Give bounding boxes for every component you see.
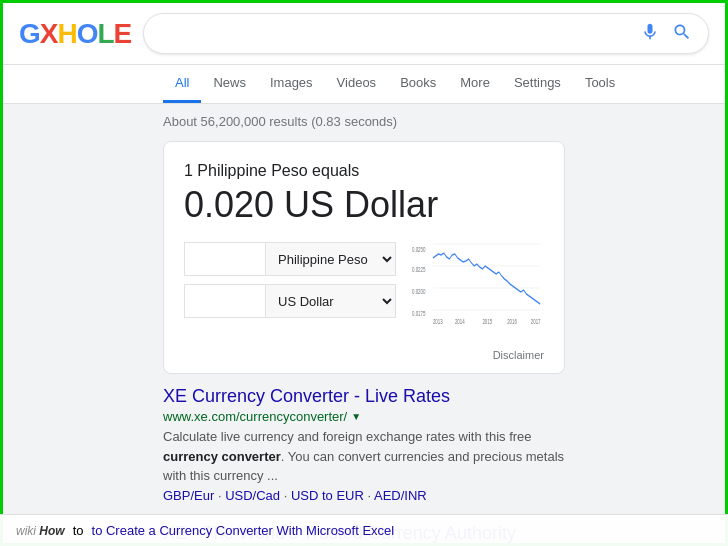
conversion-label: 1 Philippine Peso equals bbox=[184, 162, 544, 180]
svg-text:2016: 2016 bbox=[507, 317, 517, 326]
result-link-aedinr[interactable]: AED/INR bbox=[374, 488, 427, 503]
wikihow-how: How bbox=[36, 524, 65, 538]
result-url: www.xe.com/currencyconverter/ bbox=[163, 409, 347, 424]
converter-body: 1 Philippine Peso US Dollar Euro 0.020 U… bbox=[184, 242, 544, 361]
svg-text:0.0250: 0.0250 bbox=[412, 245, 426, 254]
converted-amount-input[interactable]: 0.020 bbox=[185, 285, 265, 317]
tab-images[interactable]: Images bbox=[258, 65, 325, 103]
tab-news[interactable]: News bbox=[201, 65, 258, 103]
svg-text:0.0200: 0.0200 bbox=[412, 287, 426, 296]
from-currency-select[interactable]: Philippine Peso US Dollar Euro bbox=[265, 243, 395, 275]
disclaimer-text: Disclaimer bbox=[412, 345, 544, 361]
svg-text:2013: 2013 bbox=[433, 317, 443, 326]
svg-text:0.0175: 0.0175 bbox=[412, 309, 426, 318]
result-links: GBP/Eur · USD/Cad · USD to EUR · AED/INR bbox=[163, 488, 565, 503]
converter-inputs: 1 Philippine Peso US Dollar Euro 0.020 U… bbox=[184, 242, 396, 361]
search-icon[interactable] bbox=[672, 22, 692, 45]
conversion-result: 0.020 US Dollar bbox=[184, 184, 544, 226]
result-snippet: Calculate live currency and foreign exch… bbox=[163, 427, 565, 486]
tab-all[interactable]: All bbox=[163, 65, 201, 103]
svg-text:2017: 2017 bbox=[531, 317, 541, 326]
microphone-icon[interactable] bbox=[640, 22, 660, 45]
result-count: About 56,200,000 results (0.83 seconds) bbox=[3, 104, 725, 137]
result-link-usdcad[interactable]: USD/Cad bbox=[225, 488, 280, 503]
nav-tabs: All News Images Videos Books More Settin… bbox=[3, 65, 725, 104]
tab-settings[interactable]: Settings bbox=[502, 65, 573, 103]
header: GXHOLE currency converter bbox=[3, 3, 725, 65]
converter-card: 1 Philippine Peso equals 0.020 US Dollar… bbox=[163, 141, 565, 374]
svg-text:2014: 2014 bbox=[455, 317, 465, 326]
search-input[interactable]: currency converter bbox=[160, 25, 640, 43]
to-currency-select[interactable]: US Dollar Philippine Peso Euro bbox=[265, 285, 395, 317]
exchange-rate-chart: 0.0250 0.0225 0.0200 0.0175 2013 2014 bbox=[412, 242, 544, 342]
svg-text:2015: 2015 bbox=[482, 317, 492, 326]
result-item: XE Currency Converter - Live Rates www.x… bbox=[163, 386, 565, 503]
amount-input[interactable]: 1 bbox=[185, 243, 265, 275]
tab-videos[interactable]: Videos bbox=[325, 65, 389, 103]
chart-area: 0.0250 0.0225 0.0200 0.0175 2013 2014 bbox=[412, 242, 544, 361]
wikihow-bar: wiki How to to Create a Currency Convert… bbox=[0, 514, 728, 546]
search-bar: currency converter bbox=[143, 13, 709, 54]
result-link-gbpeur[interactable]: GBP/Eur bbox=[163, 488, 214, 503]
tab-more[interactable]: More bbox=[448, 65, 502, 103]
tab-books[interactable]: Books bbox=[388, 65, 448, 103]
wikihow-article-link[interactable]: to Create a Currency Converter With Micr… bbox=[92, 523, 395, 538]
tab-tools[interactable]: Tools bbox=[573, 65, 627, 103]
input-row-to: 0.020 US Dollar Philippine Peso Euro bbox=[184, 284, 396, 318]
wikihow-logo: wiki How bbox=[16, 524, 65, 538]
result-title-xe-converter[interactable]: XE Currency Converter - Live Rates bbox=[163, 386, 565, 407]
result-link-usdeur[interactable]: USD to EUR bbox=[291, 488, 364, 503]
logo: GXHOLE bbox=[19, 18, 131, 50]
result-url-row: www.xe.com/currencyconverter/ ▼ bbox=[163, 409, 565, 424]
input-row-from: 1 Philippine Peso US Dollar Euro bbox=[184, 242, 396, 276]
dropdown-icon[interactable]: ▼ bbox=[351, 411, 361, 422]
svg-text:0.0225: 0.0225 bbox=[412, 265, 426, 274]
wikihow-title-text: to bbox=[73, 523, 84, 538]
